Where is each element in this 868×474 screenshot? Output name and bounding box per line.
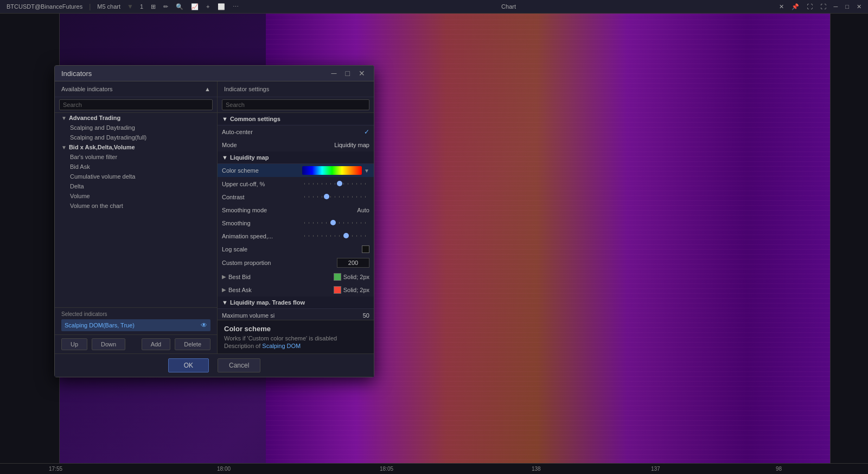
smoothing-thumb[interactable] — [330, 220, 336, 225]
contrast-thumb[interactable] — [324, 194, 329, 199]
color-scheme-dropdown-arrow[interactable]: ▼ — [364, 168, 369, 174]
add-button[interactable]: Add — [142, 338, 171, 350]
dialog-footer: OK Cancel — [55, 353, 374, 377]
dots-icon[interactable]: ⋯ — [231, 2, 241, 11]
color-scheme-control[interactable]: ▼ — [302, 166, 369, 175]
tree-item-label-2: Scalping and Daytrading(full) — [70, 134, 146, 141]
section-arrow-common: ▼ — [222, 116, 228, 122]
tooltip-desc: Works if 'Custom color scheme' is disabl… — [224, 335, 367, 342]
left-tool-panel — [0, 14, 60, 474]
dialog-body: Available indicators ▲ ▼ Advanced Tradin… — [55, 81, 374, 353]
selected-indicator-row[interactable]: Scalping DOM(Bars, True) 👁 — [61, 319, 210, 331]
minimize-btn[interactable]: ─ — [832, 2, 840, 11]
dialog-right-panel: Indicator settings ▼ Common settings Aut… — [218, 81, 374, 353]
tree-item-bid-ask[interactable]: Bid Ask — [55, 162, 217, 172]
dialog-minimize-btn[interactable]: ─ — [329, 69, 339, 78]
best-ask-expand[interactable]: ▶ — [222, 287, 226, 293]
liquidity-map-section[interactable]: ▼ Liquidity map — [218, 151, 374, 164]
tooltip-title: Color scheme — [224, 325, 367, 333]
chart-type-label[interactable]: M5 chart — [95, 2, 123, 11]
tree-item-scalping-daytrading[interactable]: Scalping and Daytrading — [55, 123, 217, 132]
section-arrow-lm: ▼ — [222, 154, 228, 161]
ok-button[interactable]: OK — [168, 358, 209, 372]
visibility-icon[interactable]: 👁 — [201, 321, 207, 329]
log-scale-label: Log scale — [222, 246, 362, 252]
chart-mode-btn[interactable]: ⊞ — [149, 2, 158, 11]
dialog-controls: ─ □ ✕ — [329, 69, 367, 78]
dialog-title: Indicators — [61, 69, 92, 78]
line-icon[interactable]: 📈 — [189, 2, 201, 11]
maximize-btn[interactable]: □ — [843, 2, 851, 11]
collapse-left-icon[interactable]: ▲ — [205, 86, 210, 92]
tree-group-advanced-trading[interactable]: ▼ Advanced Trading — [55, 113, 217, 123]
expand-icon[interactable]: ⛶ — [805, 2, 815, 11]
best-bid-expand[interactable]: ▶ — [222, 274, 226, 280]
dialog-titlebar: Indicators ─ □ ✕ — [55, 66, 374, 81]
max-volume-si-label: Maximum volume si — [222, 312, 326, 319]
tree-item-volume-on-chart[interactable]: Volume on the chart — [55, 201, 217, 211]
pencil-icon[interactable]: ✏ — [161, 2, 170, 11]
pin-icon[interactable]: 📌 — [789, 2, 801, 11]
best-ask-color[interactable] — [334, 286, 341, 294]
zoom-level[interactable]: 1 — [138, 2, 145, 11]
tree-item-label-5: Cumulative volume delta — [70, 173, 135, 180]
symbol-label[interactable]: BTCUSDT@BinanceFutures — [4, 2, 85, 11]
tree-item-volume[interactable]: Volume — [55, 191, 217, 201]
dialog-close-btn[interactable]: ✕ — [356, 69, 367, 78]
animation-speed-thumb[interactable] — [343, 233, 349, 238]
best-bid-style[interactable]: Solid; 2px — [334, 273, 369, 281]
square-icon[interactable]: ⬜ — [215, 2, 227, 11]
color-scheme-label: Color scheme — [222, 167, 302, 174]
tree-item-label-1: Scalping and Daytrading — [70, 124, 135, 131]
best-bid-color[interactable] — [334, 273, 341, 281]
tree-group-bid-ask[interactable]: ▼ Bid x Ask,Delta,Volume — [55, 142, 217, 152]
contrast-slider[interactable] — [304, 196, 369, 198]
down-button[interactable]: Down — [92, 338, 125, 350]
magnify-icon[interactable]: 🔍 — [174, 2, 186, 11]
color-scheme-row[interactable]: Color scheme ▼ — [218, 164, 374, 178]
tooltip-link-row: Description of Scalping DOM — [224, 343, 367, 349]
cancel-button[interactable]: Cancel — [218, 358, 260, 372]
tree-item-scalping-daytrading-full[interactable]: Scalping and Daytrading(full) — [55, 132, 217, 142]
tree-item-cumulative-vol-delta[interactable]: Cumulative volume delta — [55, 172, 217, 181]
fullscreen-icon[interactable]: ⛶ — [818, 2, 828, 11]
sep1: | — [89, 3, 91, 10]
close-btn[interactable]: ✕ — [854, 2, 864, 11]
log-scale-toggle[interactable] — [362, 245, 369, 253]
available-indicators-header: Available indicators ▲ — [55, 81, 217, 97]
best-bid-row: ▶ Best Bid Solid; 2px — [218, 270, 374, 283]
upper-cutoff-label: Upper cut-off, % — [222, 181, 304, 187]
log-scale-row: Log scale — [218, 243, 374, 256]
best-ask-style[interactable]: Solid; 2px — [334, 286, 369, 294]
animation-speed-row: Animation speed,... — [218, 230, 374, 243]
delete-button[interactable]: Delete — [175, 338, 210, 350]
animation-speed-label: Animation speed,... — [222, 233, 304, 239]
upper-cutoff-thumb[interactable] — [337, 181, 342, 186]
mode-value[interactable]: Liquidity map — [326, 142, 369, 148]
upper-cutoff-slider[interactable] — [304, 183, 369, 185]
common-settings-section[interactable]: ▼ Common settings — [218, 113, 374, 125]
auto-center-value[interactable]: ✓ — [364, 128, 369, 136]
smoothing-mode-value[interactable]: Auto — [357, 207, 369, 213]
tree-item-bars-volume-filter[interactable]: Bar's volume filter — [55, 152, 217, 162]
close-chart-icon[interactable]: ✕ — [777, 2, 786, 11]
search-input-right[interactable] — [222, 99, 369, 110]
search-input-left[interactable] — [59, 99, 213, 110]
color-gradient-bar[interactable] — [302, 166, 362, 175]
smoothing-track — [304, 222, 369, 224]
animation-speed-slider[interactable] — [304, 235, 369, 237]
tree-item-delta[interactable]: Delta — [55, 181, 217, 191]
custom-proportion-input[interactable] — [337, 258, 369, 268]
dialog-maximize-btn[interactable]: □ — [343, 69, 352, 78]
tree-group-label-advanced: Advanced Trading — [69, 115, 120, 121]
upper-cutoff-track — [304, 183, 369, 185]
up-button[interactable]: Up — [61, 338, 87, 350]
search-box-left — [55, 97, 217, 113]
max-volume-si-value[interactable]: 50 — [326, 312, 369, 319]
plus-icon[interactable]: + — [204, 2, 212, 11]
indicator-settings-header: Indicator settings — [218, 81, 374, 97]
scalping-dom-link[interactable]: Scalping DOM — [262, 343, 301, 349]
smoothing-slider[interactable] — [304, 222, 369, 224]
trades-flow-section[interactable]: ▼ Liquidity map. Trades flow — [218, 296, 374, 309]
bottom-nav-buttons: Up Down Add Delete — [55, 334, 217, 353]
